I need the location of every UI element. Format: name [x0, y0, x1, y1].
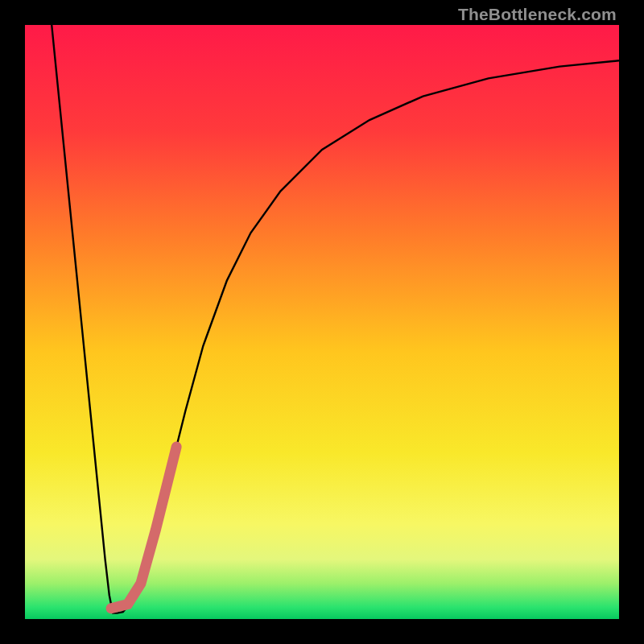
chart-plot-area [25, 25, 619, 619]
chart-background [25, 25, 619, 619]
chart-frame: TheBottleneck.com [0, 0, 644, 644]
chart-svg [25, 25, 619, 619]
watermark-text: TheBottleneck.com [458, 5, 617, 24]
